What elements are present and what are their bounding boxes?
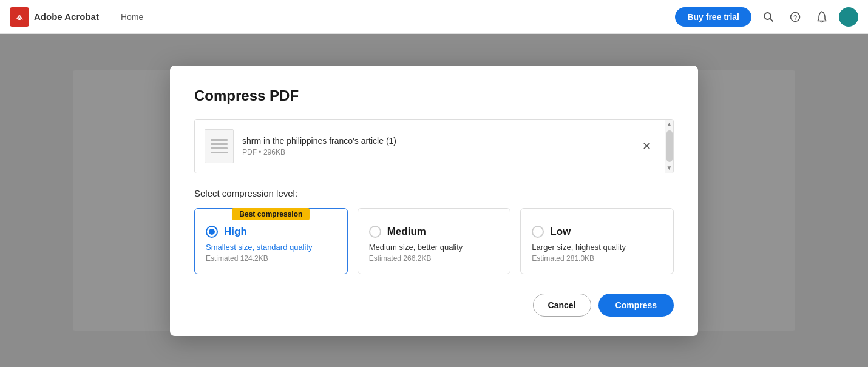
compression-option-high[interactable]: Best compression High Smallest size, sta… (194, 208, 348, 274)
scrollbar[interactable]: ▲ ▼ (665, 120, 673, 173)
file-size: 296KB (263, 148, 285, 157)
scroll-down-arrow[interactable]: ▼ (665, 163, 674, 173)
radio-high[interactable] (206, 226, 218, 238)
best-compression-badge: Best compression (232, 208, 310, 220)
modal-title: Compress PDF (194, 87, 674, 104)
svg-line-2 (770, 18, 773, 21)
avatar-button[interactable] (839, 7, 858, 27)
option-high-subtitle: Smallest size, standard quality (206, 243, 336, 252)
compression-option-medium[interactable]: Medium Medium size, better quality Estim… (358, 208, 511, 274)
nav-home[interactable]: Home (114, 8, 151, 25)
logo-icon (10, 7, 29, 27)
option-low-title: Low (550, 226, 571, 238)
option-low-header: Low (532, 226, 662, 238)
help-button[interactable]: ? (785, 7, 805, 27)
option-high-header: High (206, 226, 336, 238)
cancel-button[interactable]: Cancel (533, 294, 591, 317)
main-nav: Home (114, 8, 151, 25)
compress-pdf-modal: Compress PDF shrm in the philippines fra… (170, 66, 698, 336)
option-medium-estimate: Estimated 266.2KB (369, 254, 500, 263)
compression-options: Best compression High Smallest size, sta… (194, 208, 674, 274)
scroll-thumb (666, 130, 673, 162)
free-trial-button[interactable]: Buy free trial (675, 7, 751, 27)
modal-footer: Cancel Compress (194, 294, 674, 317)
app-name: Adobe Acrobat (34, 12, 99, 22)
option-low-subtitle: Larger size, highest quality (532, 243, 662, 252)
option-medium-title: Medium (387, 226, 426, 238)
app-logo: Adobe Acrobat (10, 7, 99, 27)
file-meta: PDF • 296KB (242, 148, 629, 157)
option-high-title: High (224, 226, 247, 238)
radio-low[interactable] (532, 226, 544, 238)
file-thumb-lines (206, 134, 232, 158)
file-type: PDF (242, 148, 257, 157)
radio-medium[interactable] (369, 226, 381, 238)
thumb-line (211, 139, 228, 141)
file-thumbnail (205, 129, 234, 163)
remove-file-button[interactable]: ✕ (638, 138, 655, 155)
file-item: shrm in the philippines franco's article… (195, 120, 673, 173)
compression-option-low[interactable]: Low Larger size, highest quality Estimat… (520, 208, 674, 274)
thumb-line (211, 143, 228, 145)
option-low-estimate: Estimated 281.0KB (532, 254, 662, 263)
compress-button[interactable]: Compress (598, 294, 674, 317)
bell-icon (816, 11, 827, 23)
option-medium-subtitle: Medium size, better quality (369, 243, 500, 252)
search-button[interactable] (759, 7, 778, 27)
file-name: shrm in the philippines franco's article… (242, 136, 629, 146)
compression-level-label: Select compression level: (194, 188, 674, 198)
help-icon: ? (790, 12, 801, 22)
thumb-line (211, 147, 228, 149)
thumb-line (211, 152, 228, 153)
option-high-estimate: Estimated 124.2KB (206, 254, 336, 263)
file-info: shrm in the philippines franco's article… (242, 136, 629, 157)
svg-rect-0 (13, 10, 26, 24)
radio-high-inner (209, 229, 215, 235)
navbar-actions: Buy free trial ? (675, 7, 858, 27)
navbar: Adobe Acrobat Home Buy free trial ? (0, 0, 868, 34)
search-icon (763, 12, 774, 22)
notification-button[interactable] (812, 7, 832, 27)
svg-text:?: ? (793, 13, 797, 21)
scroll-up-arrow[interactable]: ▲ (665, 120, 674, 129)
modal-overlay: Compress PDF shrm in the philippines fra… (0, 34, 868, 367)
file-area: shrm in the philippines franco's article… (194, 119, 674, 173)
option-medium-header: Medium (369, 226, 500, 238)
